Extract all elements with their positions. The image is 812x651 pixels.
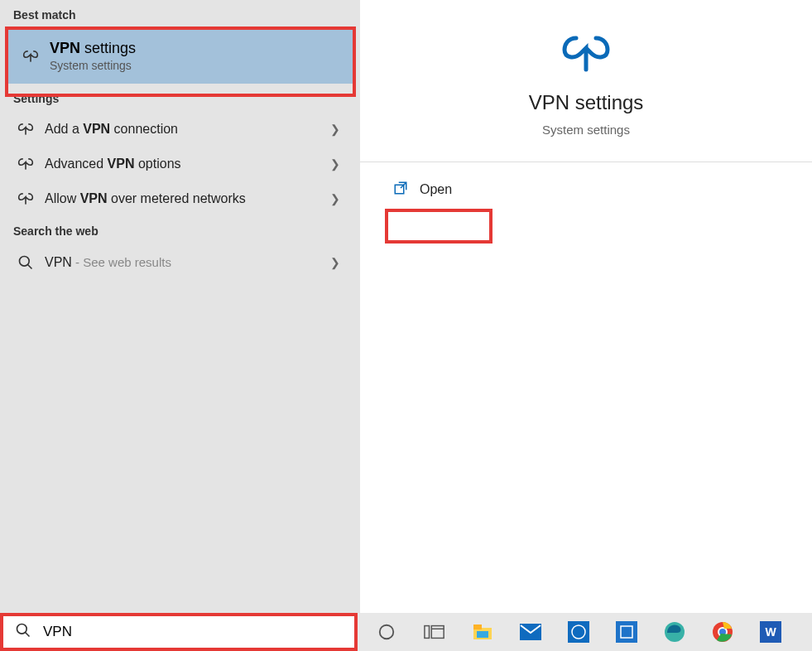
- chevron-right-icon: ❯: [330, 157, 340, 171]
- word-icon[interactable]: W: [757, 618, 785, 646]
- search-results-panel: Best match VPN settings System settings …: [0, 0, 360, 613]
- cortana-icon[interactable]: [372, 618, 401, 646]
- web-search-vpn[interactable]: VPN - See web results ❯: [0, 244, 360, 281]
- vpn-icon: [13, 192, 38, 205]
- search-web-header: Search the web: [0, 216, 360, 244]
- setting-label: Allow VPN over metered networks: [45, 191, 330, 206]
- preview-header: VPN settings System settings: [360, 0, 812, 162]
- svg-point-3: [17, 624, 27, 634]
- chevron-right-icon: ❯: [330, 256, 340, 269]
- edge-icon[interactable]: [661, 618, 689, 646]
- best-match-vpn-settings[interactable]: VPN settings System settings: [5, 28, 355, 84]
- preview-title: VPN settings: [377, 91, 795, 114]
- taskbar: W: [0, 613, 812, 651]
- vpn-icon: [377, 33, 795, 75]
- taskbar-tray: W: [372, 618, 785, 646]
- open-label: Open: [420, 182, 452, 197]
- best-match-header: Best match: [0, 0, 360, 28]
- setting-label: Advanced VPN options: [45, 157, 330, 171]
- setting-add-vpn-connection[interactable]: Add a VPN connection ❯: [0, 112, 360, 147]
- file-explorer-icon[interactable]: [468, 618, 497, 646]
- vpn-icon: [13, 157, 38, 171]
- svg-line-1: [28, 265, 32, 269]
- svg-text:W: W: [765, 625, 776, 639]
- preview-subtitle: System settings: [377, 123, 795, 137]
- mail-icon[interactable]: [517, 618, 545, 646]
- search-icon: [15, 622, 31, 642]
- setting-label: Add a VPN connection: [45, 122, 330, 137]
- setting-advanced-vpn-options[interactable]: Advanced VPN options ❯: [0, 147, 360, 181]
- setting-allow-vpn-metered[interactable]: Allow VPN over metered networks ❯: [0, 181, 360, 216]
- dell-icon[interactable]: [565, 618, 593, 646]
- svg-point-5: [380, 625, 394, 639]
- chrome-icon[interactable]: [709, 618, 737, 646]
- task-view-icon[interactable]: [420, 618, 449, 646]
- web-search-label: VPN - See web results: [45, 255, 330, 270]
- settings-header: Settings: [0, 84, 360, 112]
- vpn-icon: [13, 123, 38, 136]
- svg-rect-10: [473, 624, 482, 629]
- app-icon[interactable]: [613, 618, 641, 646]
- taskbar-search-box[interactable]: [3, 613, 354, 651]
- svg-rect-15: [616, 621, 637, 643]
- svg-rect-13: [568, 621, 589, 643]
- search-input[interactable]: [43, 624, 343, 640]
- vpn-icon: [18, 50, 43, 63]
- svg-point-0: [20, 257, 30, 267]
- open-button[interactable]: Open: [373, 169, 799, 210]
- best-match-subtitle: System settings: [50, 59, 136, 72]
- search-icon: [13, 254, 38, 271]
- chevron-right-icon: ❯: [330, 192, 340, 205]
- best-match-title: VPN settings: [50, 40, 136, 57]
- open-icon: [393, 181, 408, 199]
- svg-line-4: [26, 633, 30, 637]
- chevron-right-icon: ❯: [330, 123, 340, 136]
- svg-rect-6: [425, 626, 430, 639]
- preview-panel: VPN settings System settings Open: [360, 0, 812, 613]
- svg-rect-7: [431, 626, 444, 639]
- svg-rect-11: [477, 631, 488, 638]
